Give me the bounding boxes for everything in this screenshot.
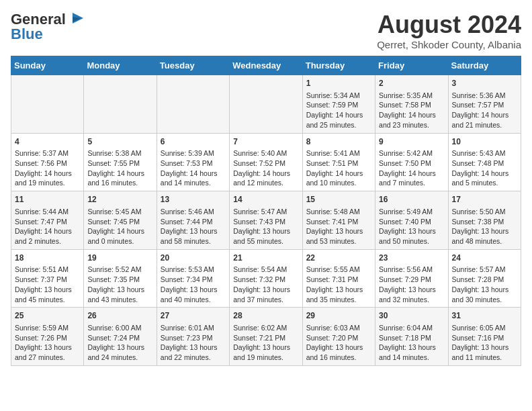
day-info-line: and 10 minutes. [306,178,371,188]
day-info-line: Sunset: 7:37 PM [15,275,80,285]
day-info-line: and 35 minutes. [306,295,371,305]
day-info-line: and 25 minutes. [306,120,371,130]
day-info-line: Sunrise: 5:54 AM [233,265,298,275]
day-info-line: and 5 minutes. [452,178,517,188]
day-number: 12 [87,194,152,205]
day-info-line: Sunset: 7:20 PM [306,333,371,343]
calendar-cell: 25Sunrise: 5:59 AMSunset: 7:26 PMDayligh… [11,308,84,366]
calendar-cell: 29Sunrise: 6:03 AMSunset: 7:20 PMDayligh… [302,308,375,366]
calendar-week-row: 1Sunrise: 5:34 AMSunset: 7:59 PMDaylight… [11,75,521,134]
day-info-line: Daylight: 14 hours [87,169,152,179]
day-number: 29 [306,310,371,322]
day-info-line: Daylight: 13 hours [15,342,80,353]
day-info-line: Sunset: 7:45 PM [87,217,152,227]
calendar-cell: 15Sunrise: 5:48 AMSunset: 7:41 PMDayligh… [302,191,375,250]
day-info-line: Sunset: 7:28 PM [452,275,517,285]
day-info-line: Sunset: 7:53 PM [161,158,226,169]
month-year-title: August 2024 [377,11,521,39]
day-number: 27 [161,310,226,322]
day-number: 20 [161,253,226,264]
day-info-line: Sunset: 7:31 PM [306,275,371,285]
day-info-line: Daylight: 14 hours [306,110,371,120]
day-info-line: Daylight: 14 hours [379,169,444,179]
day-info-line: Sunrise: 5:42 AM [379,148,444,158]
day-number: 30 [379,310,444,322]
day-info-line: and 19 minutes. [15,178,80,188]
day-info-line: Sunrise: 5:47 AM [233,207,298,217]
day-info-line: Sunrise: 6:01 AM [161,323,226,333]
calendar-cell: 18Sunrise: 5:51 AMSunset: 7:37 PMDayligh… [11,249,84,308]
weekday-header-sunday: Sunday [11,56,84,75]
calendar-cell: 8Sunrise: 5:41 AMSunset: 7:51 PMDaylight… [302,133,375,191]
day-info-line: Sunset: 7:38 PM [452,217,517,227]
day-info-line: Sunset: 7:59 PM [306,100,371,110]
calendar-cell [157,75,229,134]
day-info-line: Sunrise: 5:38 AM [87,148,152,158]
day-number: 10 [452,136,517,148]
day-info-line: Sunset: 7:32 PM [233,275,298,285]
day-info-line: and 32 minutes. [379,295,444,305]
calendar-cell: 26Sunrise: 6:00 AMSunset: 7:24 PMDayligh… [84,308,157,366]
day-number: 18 [15,253,80,264]
day-info-line: and 21 minutes. [452,120,517,130]
day-number: 3 [452,78,517,89]
day-info-line: Daylight: 13 hours [379,226,444,236]
day-info-line: Sunset: 7:44 PM [161,217,226,227]
day-info-line: and 23 minutes. [379,120,444,130]
day-number: 7 [233,136,298,148]
day-info-line: Daylight: 14 hours [233,169,298,179]
day-info-line: Sunset: 7:34 PM [161,275,226,285]
day-info-line: Daylight: 14 hours [15,226,80,236]
calendar-cell: 13Sunrise: 5:46 AMSunset: 7:44 PMDayligh… [157,191,229,250]
day-info-line: Daylight: 14 hours [161,169,226,179]
day-info-line: Sunrise: 5:57 AM [452,265,517,275]
day-number: 6 [161,136,226,148]
day-info-line: Sunrise: 5:37 AM [15,148,80,158]
day-info-line: Daylight: 13 hours [452,285,517,295]
day-info-line: and 7 minutes. [379,178,444,188]
day-info-line: Sunset: 7:21 PM [233,333,298,343]
day-number: 26 [87,310,152,322]
day-info-line: Sunrise: 5:55 AM [306,265,371,275]
day-number: 1 [306,78,371,89]
calendar-cell: 5Sunrise: 5:38 AMSunset: 7:55 PMDaylight… [84,133,157,191]
day-info-line: Sunrise: 5:49 AM [379,207,444,217]
day-info-line: Sunrise: 5:50 AM [452,207,517,217]
calendar-cell: 28Sunrise: 6:02 AMSunset: 7:21 PMDayligh… [230,308,302,366]
day-number: 15 [306,194,371,205]
day-info-line: Sunrise: 5:52 AM [87,265,152,275]
day-info-line: Sunset: 7:52 PM [233,158,298,169]
weekday-header-monday: Monday [84,56,157,75]
day-info-line: Sunrise: 5:53 AM [161,265,226,275]
day-info-line: and 37 minutes. [233,295,298,305]
weekday-header-saturday: Saturday [448,56,521,75]
weekday-header-row: SundayMondayTuesdayWednesdayThursdayFrid… [11,56,521,75]
title-block: August 2024 Qerret, Shkoder County, Alba… [377,11,521,50]
day-number: 16 [379,194,444,205]
day-number: 5 [87,136,152,148]
day-number: 14 [233,194,298,205]
day-info-line: and 16 minutes. [87,178,152,188]
day-info-line: Daylight: 13 hours [233,342,298,353]
day-number: 22 [306,253,371,264]
weekday-header-wednesday: Wednesday [230,56,302,75]
day-info-line: and 43 minutes. [87,295,152,305]
calendar-cell: 23Sunrise: 5:56 AMSunset: 7:29 PMDayligh… [375,249,448,308]
day-info-line: Sunset: 7:48 PM [452,158,517,169]
day-info-line: Sunset: 7:55 PM [87,158,152,169]
day-info-line: Daylight: 13 hours [87,342,152,353]
day-info-line: and 30 minutes. [452,295,517,305]
calendar-cell: 4Sunrise: 5:37 AMSunset: 7:56 PMDaylight… [11,133,84,191]
day-info-line: and 24 minutes. [87,353,152,363]
day-info-line: Sunrise: 5:56 AM [379,265,444,275]
calendar-cell: 19Sunrise: 5:52 AMSunset: 7:35 PMDayligh… [84,249,157,308]
weekday-header-friday: Friday [375,56,448,75]
day-info-line: Sunrise: 6:03 AM [306,323,371,333]
day-number: 28 [233,310,298,322]
day-info-line: and 12 minutes. [233,178,298,188]
calendar-cell: 27Sunrise: 6:01 AMSunset: 7:23 PMDayligh… [157,308,229,366]
day-info-line: and 2 minutes. [15,236,80,246]
calendar-cell: 12Sunrise: 5:45 AMSunset: 7:45 PMDayligh… [84,191,157,250]
calendar-cell: 24Sunrise: 5:57 AMSunset: 7:28 PMDayligh… [448,249,521,308]
day-info-line: Daylight: 13 hours [306,285,371,295]
